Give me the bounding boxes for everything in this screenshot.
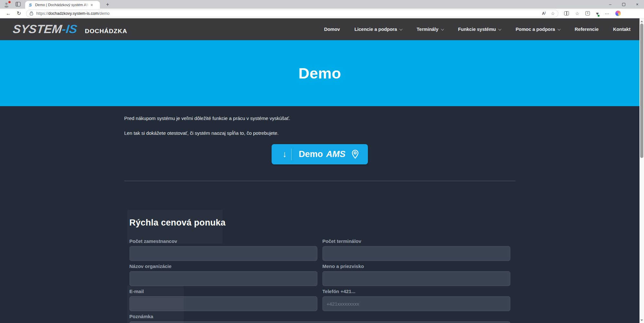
split-screen-icon[interactable] (564, 11, 569, 15)
form-grid: Počet zamestnancov Počet terminálov Názo… (130, 238, 510, 323)
browser-toolbar: ← ↻ https://dochadzkovy.system-is.com/de… (0, 9, 644, 18)
field-poznamka: Poznámka (130, 314, 510, 323)
page-scrollbar[interactable] (639, 18, 644, 323)
site-navbar: SYSTEM-IS DOCHÁDZKA Domov Licencie a pod… (0, 18, 644, 40)
settings-more-icon[interactable]: ⋯ (605, 11, 609, 16)
logo-text: SYSTEM-IS (12, 23, 78, 36)
site-logo[interactable]: SYSTEM-IS DOCHÁDZKA (13, 23, 127, 36)
browser-window: S Demo | Dochádzkový systém AMS × + – × … (0, 0, 644, 323)
intro-paragraph-1: Pred nákupom systému je veľmi dôležité f… (124, 115, 515, 121)
button-divider (291, 149, 292, 160)
telefon-input[interactable] (322, 296, 510, 311)
nav-item-funkcie[interactable]: Funkcie systému (458, 27, 501, 32)
read-aloud-icon[interactable]: A) (542, 11, 546, 16)
nazov-organizacie-input[interactable] (130, 271, 317, 286)
nav-item-kontakt[interactable]: Kontakt (613, 27, 630, 32)
chevron-down-icon (557, 27, 561, 31)
tab-close-icon[interactable]: × (91, 3, 93, 7)
collections-icon[interactable]: + (585, 11, 590, 15)
demo-download-button[interactable]: ↓ DemoAMS (272, 144, 368, 164)
browser-tab[interactable]: S Demo | Dochádzkový systém AMS × (25, 1, 100, 9)
logo-suffix: DOCHÁDZKA (85, 28, 127, 35)
location-pin-icon (350, 149, 360, 159)
profile-avatar[interactable] (3, 1, 10, 8)
intro-paragraph-2: Len tak si dokážete otestovať, či systém… (124, 130, 515, 136)
close-window-button[interactable]: × (635, 2, 639, 7)
field-label: Telefón +421... (322, 289, 510, 294)
tab-title: Demo | Dochádzkový systém AMS (35, 3, 89, 7)
meno-priezvisko-input[interactable] (322, 271, 510, 286)
address-bar[interactable]: https://dochadzkovy.system-is.com/demo A… (26, 10, 558, 17)
pocet-terminalov-input[interactable] (322, 246, 510, 261)
poznamka-textarea[interactable] (130, 321, 510, 323)
field-pocet-terminalov: Počet terminálov (322, 238, 510, 261)
section-divider (124, 181, 515, 181)
field-label: Názov organizácie (130, 263, 317, 269)
pocet-zamestnancov-input[interactable] (130, 246, 317, 261)
chevron-down-icon (441, 27, 444, 31)
nav-item-pomoc[interactable]: Pomoc a podpora (515, 27, 560, 32)
favorites-icon[interactable]: ☆ (575, 11, 579, 16)
page-title: Demo (298, 64, 341, 82)
minimize-button[interactable]: – (608, 2, 612, 7)
workspaces-icon[interactable] (15, 2, 21, 6)
field-label: Počet terminálov (322, 238, 510, 244)
field-label: Meno a priezvisko (322, 263, 510, 269)
field-label: Poznámka (130, 314, 510, 319)
url-host: dochadzkovy.system-is.com (48, 11, 98, 16)
nav-item-referencie[interactable]: Referencie (575, 27, 599, 32)
scrollbar-down-icon[interactable] (639, 318, 644, 322)
new-tab-button[interactable]: + (104, 1, 111, 8)
essentials-status-dot (598, 15, 600, 17)
reveal-highlight (127, 286, 184, 323)
window-controls: – × (608, 0, 639, 9)
url-scheme: https:// (36, 11, 48, 16)
hero-banner: Demo (0, 40, 639, 106)
back-button[interactable]: ← (6, 11, 11, 16)
copilot-icon[interactable] (615, 11, 621, 16)
url-path: /demo (98, 11, 110, 16)
download-arrow-icon: ↓ (279, 150, 292, 159)
field-telefon: Telefón +421... (322, 289, 510, 311)
nav-item-terminaly[interactable]: Terminály (417, 27, 443, 32)
refresh-button[interactable]: ↻ (17, 10, 21, 16)
chevron-down-icon (399, 27, 403, 31)
toolbar-icons: ☆ + ♥ ⋯ (564, 11, 621, 16)
add-favorite-icon[interactable]: ☆ (551, 11, 555, 16)
site-favicon-icon: S (28, 3, 33, 7)
field-meno-priezvisko: Meno a priezvisko (322, 263, 510, 286)
nav-menu: Domov Licencie a podpora Terminály Funkc… (324, 27, 630, 32)
notification-dot (8, 1, 11, 3)
nav-item-licencie[interactable]: Licencie a podpora (354, 27, 402, 32)
demo-button-label: DemoAMS (299, 149, 345, 159)
url-text: https://dochadzkovy.system-is.com/demo (36, 11, 110, 16)
field-nazov-organizacie: Názov organizácie (130, 263, 317, 286)
browser-essentials-icon[interactable]: ♥ (596, 11, 599, 16)
browser-tab-strip: S Demo | Dochádzkový systém AMS × + – × (0, 0, 644, 9)
chevron-down-icon (498, 27, 502, 31)
scrollbar-up-icon[interactable] (639, 19, 644, 23)
scrollbar-thumb[interactable] (640, 23, 643, 158)
reveal-highlight (127, 210, 222, 244)
main-content: Pred nákupom systému je veľmi dôležité f… (0, 106, 639, 323)
nav-item-domov[interactable]: Domov (324, 27, 340, 32)
lock-icon (30, 11, 33, 15)
restore-button[interactable] (622, 3, 625, 6)
